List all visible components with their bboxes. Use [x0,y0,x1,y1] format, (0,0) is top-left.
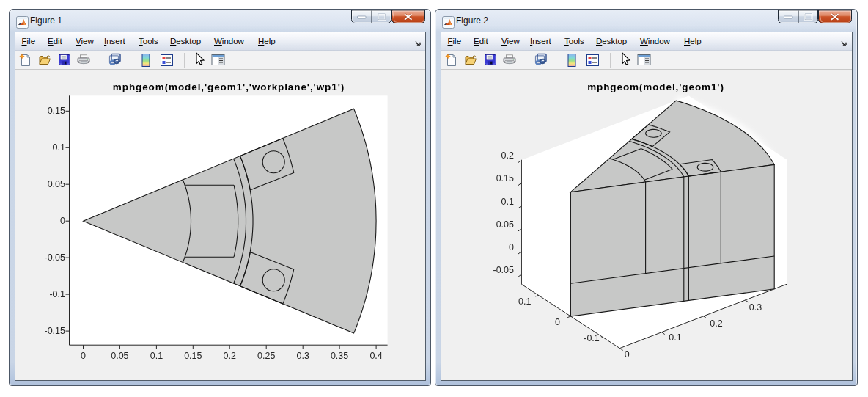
svg-text:0.1: 0.1 [669,332,681,343]
svg-text:0.1: 0.1 [501,197,514,207]
svg-text:0.2: 0.2 [710,318,722,329]
svg-text:0.05: 0.05 [48,179,65,189]
svg-text:0: 0 [60,216,65,226]
svg-text:0.15: 0.15 [184,351,202,361]
svg-text:-0.05: -0.05 [45,252,66,263]
svg-text:0: 0 [625,349,630,360]
svg-text:0.25: 0.25 [257,351,275,361]
svg-text:0: 0 [509,242,514,252]
svg-text:0: 0 [81,351,86,361]
svg-text:0.4: 0.4 [369,351,382,361]
svg-text:0.1: 0.1 [53,142,65,153]
svg-text:0.3: 0.3 [749,302,762,313]
svg-text:-0.1: -0.1 [49,289,65,299]
svg-text:mphgeom(model,'geom1','workpla: mphgeom(model,'geom1','workplane','wp1') [113,81,345,92]
svg-text:0.15: 0.15 [496,173,514,183]
svg-text:0.35: 0.35 [331,351,348,361]
svg-text:0: 0 [555,317,560,327]
svg-text:0.1: 0.1 [150,351,163,361]
svg-text:0.05: 0.05 [496,219,514,230]
svg-text:mphgeom(model,'geom1'): mphgeom(model,'geom1') [587,81,724,92]
svg-text:0.05: 0.05 [111,351,128,361]
svg-text:-0.15: -0.15 [45,326,66,336]
svg-text:-0.05: -0.05 [493,265,515,275]
svg-text:0.2: 0.2 [224,351,236,361]
svg-text:0.15: 0.15 [48,106,65,116]
svg-text:-0.1: -0.1 [584,333,600,343]
svg-text:0.2: 0.2 [501,150,514,161]
svg-text:0.3: 0.3 [297,351,309,361]
svg-text:0.1: 0.1 [518,296,531,307]
